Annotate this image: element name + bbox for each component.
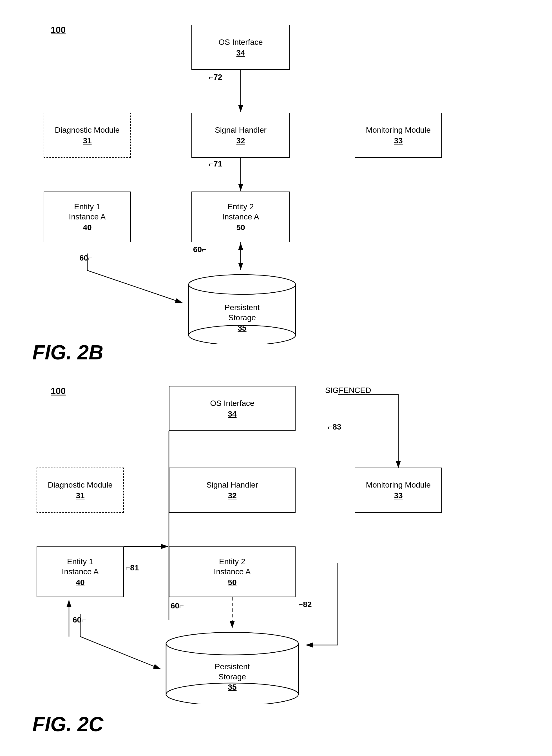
fig2b-os-interface: OS Interface 34 [191,25,290,70]
fig2b-diagram-id: 100 [51,25,65,35]
fig2b-label-72: ⌐72 [209,73,223,82]
fig2b-diagnostic-module: Diagnostic Module 31 [44,113,131,158]
fig2b-monitoring-module: Monitoring Module 33 [355,113,442,158]
fig2b-label-60b: 60⌐ [80,253,93,262]
fig2b-entity2: Entity 2Instance A 50 [191,192,290,242]
fig2b-entity1: Entity 1Instance A 40 [44,192,131,242]
fig2b-label-60a: 60⌐ [193,245,206,254]
fig2b-persistent-storage: PersistentStorage 35 [183,271,301,344]
fig2b-label-71: ⌐71 [209,159,223,169]
diagram-container: 100 OS Interface 34 Signal Handler 32 Di… [0,0,552,756]
fig2b-label: FIG. 2B [32,341,103,364]
fig2c-arrows [0,366,552,756]
svg-point-1 [188,275,296,294]
svg-line-23 [80,637,160,669]
svg-line-9 [87,271,182,303]
fig2b-signal-handler: Signal Handler 32 [191,113,290,158]
